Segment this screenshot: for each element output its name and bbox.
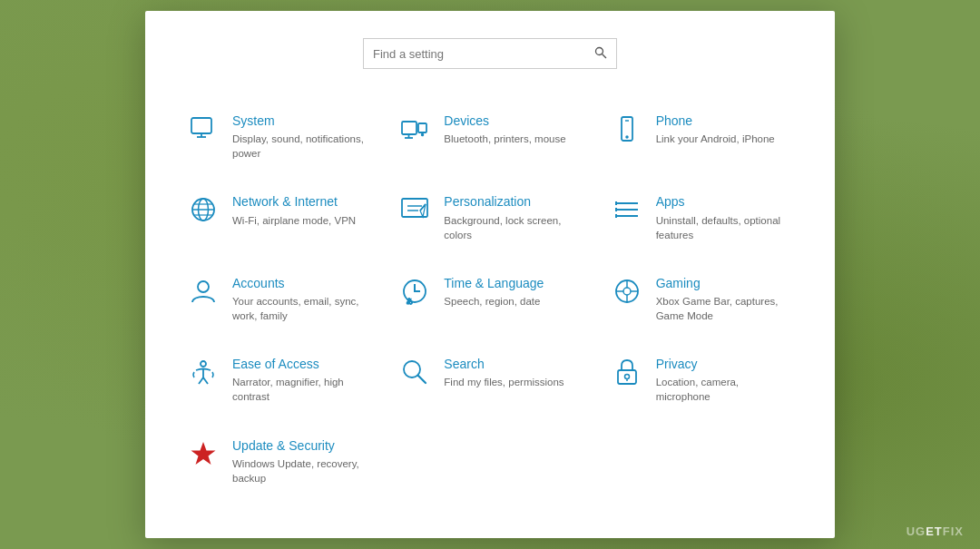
devices-icon xyxy=(398,113,431,145)
svg-line-40 xyxy=(418,376,426,384)
setting-item-update[interactable]: Update & Security Windows Update, recove… xyxy=(172,421,384,502)
system-text: System Display, sound, notifications, po… xyxy=(232,113,369,161)
update-title: Update & Security xyxy=(232,437,369,454)
gaming-title: Gaming xyxy=(656,275,793,291)
settings-window: System Display, sound, notifications, po… xyxy=(145,11,835,538)
setting-item-personalization[interactable]: Personalization Background, lock screen,… xyxy=(384,177,595,258)
search-desc: Find my files, permissions xyxy=(444,375,581,389)
privacy-text: Privacy Location, camera, microphone xyxy=(656,356,793,404)
phone-text: Phone Link your Android, iPhone xyxy=(656,113,793,146)
svg-marker-44 xyxy=(191,442,216,465)
update-icon xyxy=(187,437,220,470)
svg-point-0 xyxy=(596,47,603,54)
setting-item-accounts[interactable]: Accounts Your accounts, email, sync, wor… xyxy=(172,259,384,339)
ease-desc: Narrator, magnifier, high contrast xyxy=(232,375,369,404)
search-icon xyxy=(594,46,607,62)
svg-point-42 xyxy=(624,375,629,379)
accounts-title: Accounts xyxy=(232,275,369,291)
devices-text: Devices Bluetooth, printers, mouse xyxy=(444,113,581,146)
personalization-title: Personalization xyxy=(444,193,581,210)
svg-point-38 xyxy=(201,361,206,367)
settings-grid: System Display, sound, notifications, po… xyxy=(172,96,808,502)
time-desc: Speech, region, date xyxy=(444,294,581,309)
search-text: Search Find my files, permissions xyxy=(444,356,581,389)
ease-icon xyxy=(187,356,220,388)
setting-item-network[interactable]: Network & Internet Wi-Fi, airplane mode,… xyxy=(172,177,384,258)
setting-item-gaming[interactable]: Gaming Xbox Game Bar, captures, Game Mod… xyxy=(596,259,808,339)
svg-point-33 xyxy=(623,288,631,295)
personalization-icon xyxy=(398,193,431,226)
svg-rect-2 xyxy=(191,118,211,133)
update-text: Update & Security Windows Update, recove… xyxy=(232,437,369,485)
search-setting-icon xyxy=(398,356,431,388)
watermark-brand: ET xyxy=(926,524,943,538)
privacy-title: Privacy xyxy=(656,356,793,372)
gaming-desc: Xbox Game Bar, captures, Game Mode xyxy=(656,294,793,323)
phone-icon xyxy=(611,113,643,145)
svg-point-27 xyxy=(198,281,209,292)
phone-title: Phone xyxy=(656,113,793,129)
setting-item-system[interactable]: System Display, sound, notifications, po… xyxy=(172,96,384,177)
accounts-icon xyxy=(187,275,220,308)
svg-line-1 xyxy=(603,54,606,57)
svg-rect-5 xyxy=(402,122,416,134)
svg-rect-6 xyxy=(418,123,426,132)
search-bar[interactable] xyxy=(363,38,617,69)
system-title: System xyxy=(232,113,369,129)
network-icon xyxy=(187,193,220,226)
update-desc: Windows Update, recovery, backup xyxy=(232,456,369,485)
svg-point-12 xyxy=(626,136,628,138)
accounts-desc: Your accounts, email, sync, work, family xyxy=(232,294,369,323)
search-input[interactable] xyxy=(373,47,594,61)
setting-item-apps[interactable]: Apps Uninstall, defaults, optional featu… xyxy=(596,177,808,258)
network-text: Network & Internet Wi-Fi, airplane mode,… xyxy=(232,193,369,227)
apps-desc: Uninstall, defaults, optional features xyxy=(656,213,793,242)
ease-title: Ease of Access xyxy=(232,356,369,372)
svg-rect-41 xyxy=(618,370,636,384)
apps-icon xyxy=(611,193,643,226)
svg-text:あ: あ xyxy=(407,298,413,305)
network-title: Network & Internet xyxy=(232,193,369,210)
privacy-desc: Location, camera, microphone xyxy=(656,375,793,404)
personalization-text: Personalization Background, lock screen,… xyxy=(444,193,581,241)
svg-point-9 xyxy=(422,134,424,136)
time-icon: あ xyxy=(398,275,431,308)
accounts-text: Accounts Your accounts, email, sync, wor… xyxy=(232,275,369,323)
devices-desc: Bluetooth, printers, mouse xyxy=(444,132,581,146)
gaming-text: Gaming Xbox Game Bar, captures, Game Mod… xyxy=(656,275,793,323)
setting-item-time[interactable]: あ Time & Language Speech, region, date xyxy=(384,259,595,339)
watermark-suffix: FIX xyxy=(943,524,964,538)
search-title: Search xyxy=(444,356,581,372)
ease-text: Ease of Access Narrator, magnifier, high… xyxy=(232,356,369,404)
setting-item-search[interactable]: Search Find my files, permissions xyxy=(384,339,595,420)
privacy-icon xyxy=(611,356,643,388)
setting-item-privacy[interactable]: Privacy Location, camera, microphone xyxy=(596,339,808,420)
setting-item-ease[interactable]: Ease of Access Narrator, magnifier, high… xyxy=(172,339,384,420)
time-text: Time & Language Speech, region, date xyxy=(444,275,581,309)
apps-title: Apps xyxy=(656,193,793,210)
watermark-prefix: UG xyxy=(906,524,926,538)
search-bar-container xyxy=(172,38,808,69)
setting-item-phone[interactable]: Phone Link your Android, iPhone xyxy=(596,96,808,177)
time-title: Time & Language xyxy=(444,275,581,291)
watermark: UGETFIX xyxy=(906,524,964,538)
phone-desc: Link your Android, iPhone xyxy=(656,132,793,146)
network-desc: Wi-Fi, airplane mode, VPN xyxy=(232,213,369,228)
system-desc: Display, sound, notifications, power xyxy=(232,132,369,161)
apps-text: Apps Uninstall, defaults, optional featu… xyxy=(656,193,793,241)
devices-title: Devices xyxy=(444,113,581,129)
personalization-desc: Background, lock screen, colors xyxy=(444,213,581,242)
system-icon xyxy=(187,113,220,145)
gaming-icon xyxy=(611,275,643,308)
setting-item-devices[interactable]: Devices Bluetooth, printers, mouse xyxy=(384,96,595,177)
